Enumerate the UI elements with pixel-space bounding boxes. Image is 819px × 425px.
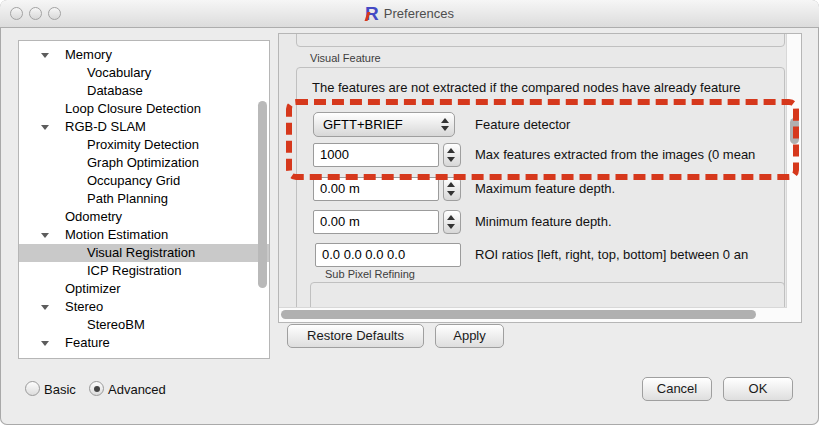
tree-item-odometry[interactable]: Odometry: [19, 208, 269, 226]
apply-button[interactable]: Apply: [435, 324, 504, 348]
basic-radio-label: Basic: [44, 382, 76, 397]
feature-detector-label: Feature detector: [475, 117, 570, 132]
tree-item-vocabulary[interactable]: Vocabulary: [19, 64, 269, 82]
max-features-input[interactable]: 1000: [313, 143, 439, 167]
groupbox-title: Visual Feature: [310, 52, 381, 64]
settings-scroll-area: Visual Feature The features are not extr…: [278, 33, 802, 323]
tree-item-memory[interactable]: Memory: [19, 46, 269, 64]
min-depth-stepper[interactable]: [443, 210, 461, 234]
max-features-label: Max features extracted from the images (…: [475, 147, 755, 162]
advanced-radio[interactable]: [89, 381, 104, 396]
combo-updown-arrows-icon: [440, 113, 450, 136]
chevron-down-icon[interactable]: [41, 53, 49, 58]
min-depth-input[interactable]: 0.00 m: [313, 210, 439, 234]
tree-item-stereo[interactable]: Stereo: [19, 298, 269, 316]
tree-item-motion-estimation[interactable]: Motion Estimation: [19, 226, 269, 244]
vertical-scrollbar-thumb[interactable]: [790, 118, 799, 144]
preferences-window: RPreferences Memory Vocabulary Database …: [0, 0, 819, 425]
min-depth-label: Minimum feature depth.: [475, 214, 612, 229]
sub-pixel-groupbox: [310, 282, 785, 308]
chevron-down-icon[interactable]: [41, 305, 49, 310]
previous-groupbox-edge: [296, 34, 785, 47]
tree-item-optimizer[interactable]: Optimizer: [19, 280, 269, 298]
tree-item-database[interactable]: Database: [19, 82, 269, 100]
tree-item-loop-closure-detection[interactable]: Loop Closure Detection: [19, 100, 269, 118]
chevron-down-icon[interactable]: [41, 341, 49, 346]
radio-selected-dot: [94, 386, 100, 392]
chevron-down-icon[interactable]: [41, 125, 49, 130]
chevron-down-icon[interactable]: [41, 233, 49, 238]
tree-item-stereobm[interactable]: StereoBM: [19, 316, 269, 334]
feature-description-text: The features are not extracted if the co…: [312, 80, 741, 95]
basic-radio[interactable]: [25, 381, 40, 396]
tree-item-icp-registration[interactable]: ICP Registration: [19, 262, 269, 280]
tree-item-occupancy-grid[interactable]: Occupancy Grid: [19, 172, 269, 190]
horizontal-scrollbar-track[interactable]: [279, 307, 787, 322]
settings-tree-panel: Memory Vocabulary Database Loop Closure …: [18, 40, 270, 359]
tree-item-proximity-detection[interactable]: Proximity Detection: [19, 136, 269, 154]
roi-ratios-label: ROI ratios [left, right, top, bottom] be…: [475, 247, 748, 262]
max-features-stepper[interactable]: [443, 143, 461, 167]
max-depth-label: Maximum feature depth.: [475, 181, 615, 196]
subgroupbox-title: Sub Pixel Refining: [325, 268, 415, 280]
ok-button[interactable]: OK: [723, 377, 793, 401]
scrollbar-corner: [787, 308, 801, 322]
restore-defaults-button[interactable]: Restore Defaults: [287, 324, 424, 348]
horizontal-scrollbar-thumb[interactable]: [281, 310, 756, 319]
sidebar-scrollbar-thumb[interactable]: [258, 101, 267, 288]
advanced-radio-label: Advanced: [108, 382, 166, 397]
vertical-scrollbar-track[interactable]: [786, 34, 801, 308]
feature-detector-combobox[interactable]: GFTT+BRIEF: [313, 112, 455, 137]
settings-content: Visual Feature The features are not extr…: [279, 34, 787, 308]
tree-item-path-planning[interactable]: Path Planning: [19, 190, 269, 208]
tree-item-feature[interactable]: Feature: [19, 334, 269, 352]
tree-item-visual-registration[interactable]: Visual Registration: [19, 244, 269, 262]
rtabmap-logo-icon: R: [365, 4, 379, 23]
tree-item-rgbd-slam[interactable]: RGB-D SLAM: [19, 118, 269, 136]
settings-tree: Memory Vocabulary Database Loop Closure …: [19, 46, 269, 352]
max-depth-input[interactable]: 0.00 m: [313, 177, 439, 201]
title-bar[interactable]: RPreferences: [0, 0, 819, 28]
window-title-area: RPreferences: [0, 0, 819, 27]
cancel-button[interactable]: Cancel: [642, 377, 712, 401]
max-depth-stepper[interactable]: [443, 177, 461, 201]
tree-item-graph-optimization[interactable]: Graph Optimization: [19, 154, 269, 172]
window-title: Preferences: [384, 6, 454, 21]
roi-ratios-input[interactable]: 0.0 0.0 0.0 0.0: [315, 243, 461, 267]
